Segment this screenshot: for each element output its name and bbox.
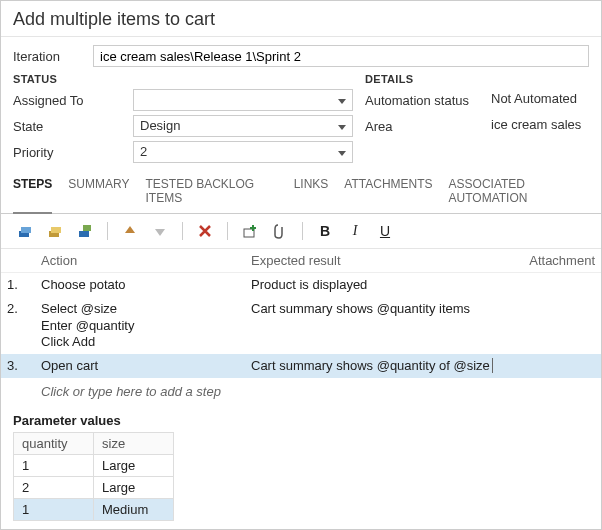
step-attachment (511, 354, 601, 378)
tab-steps[interactable]: STEPS (13, 177, 52, 214)
page-title: Add multiple items to cart (1, 1, 601, 37)
status-heading: STATUS (13, 73, 353, 85)
svg-rect-5 (83, 225, 91, 231)
svg-rect-3 (51, 227, 61, 233)
separator (107, 222, 108, 240)
state-label: State (13, 119, 133, 134)
param-cell[interactable]: Medium (94, 499, 174, 521)
priority-select[interactable]: 2 (133, 141, 353, 163)
svg-rect-1 (21, 227, 31, 233)
param-row[interactable]: 1Large (14, 455, 174, 477)
step-expected[interactable]: Cart summary shows @quantity of @size (245, 354, 511, 378)
param-cell[interactable]: 2 (14, 477, 94, 499)
tab-associated-automation[interactable]: ASSOCIATED AUTOMATION (449, 177, 589, 209)
steps-col-attachment: Attachment (511, 249, 601, 273)
parameters-table: quantitysize 1Large2Large1Medium (13, 432, 174, 521)
move-step-icon[interactable] (73, 220, 97, 242)
automation-status-value: Not Automated (485, 89, 589, 111)
steps-table: Action Expected result Attachment 1.Choo… (1, 249, 601, 405)
param-cell[interactable]: 1 (14, 499, 94, 521)
parameters-heading: Parameter values (1, 405, 601, 432)
tab-summary[interactable]: SUMMARY (68, 177, 129, 209)
param-cell[interactable]: Large (94, 455, 174, 477)
step-row[interactable]: 3.Open cartCart summary shows @quantity … (1, 354, 601, 378)
step-row[interactable]: 1.Choose potatoProduct is displayed (1, 273, 601, 298)
tab-attachments[interactable]: ATTACHMENTS (344, 177, 432, 209)
iteration-label: Iteration (13, 49, 93, 64)
param-cell[interactable]: 1 (14, 455, 94, 477)
separator (182, 222, 183, 240)
step-row[interactable]: 2.Select @sizeEnter @quantityClick AddCa… (1, 297, 601, 354)
tab-bar: STEPSSUMMARYTESTED BACKLOG ITEMSLINKSATT… (1, 167, 601, 214)
underline-icon[interactable]: U (373, 220, 397, 242)
delete-icon[interactable] (193, 220, 217, 242)
details-heading: DETAILS (365, 73, 589, 85)
step-attachment (511, 273, 601, 298)
svg-rect-4 (79, 231, 89, 237)
step-action[interactable]: Select @sizeEnter @quantityClick Add (35, 297, 245, 354)
step-action[interactable]: Choose potato (35, 273, 245, 298)
step-number: 2. (1, 297, 35, 354)
separator (227, 222, 228, 240)
assigned-to-select[interactable] (133, 89, 353, 111)
move-up-icon[interactable] (118, 220, 142, 242)
tab-links[interactable]: LINKS (294, 177, 329, 209)
steps-toolbar: B I U (1, 214, 601, 249)
steps-col-action: Action (35, 249, 245, 273)
priority-label: Priority (13, 145, 133, 160)
area-label: Area (365, 119, 485, 134)
param-cell[interactable]: Large (94, 477, 174, 499)
add-param-icon[interactable] (238, 220, 262, 242)
step-number: 3. (1, 354, 35, 378)
step-action[interactable]: Open cart (35, 354, 245, 378)
step-attachment (511, 297, 601, 354)
insert-shared-icon[interactable] (43, 220, 67, 242)
automation-status-label: Automation status (365, 93, 485, 108)
step-number: 1. (1, 273, 35, 298)
bold-icon[interactable]: B (313, 220, 337, 242)
iteration-input[interactable] (93, 45, 589, 67)
italic-icon[interactable]: I (343, 220, 367, 242)
add-step-placeholder[interactable]: Click or type here to add a step (35, 378, 601, 405)
steps-col-num (1, 249, 35, 273)
attach-icon[interactable] (268, 220, 292, 242)
area-value: ice cream sales (485, 115, 589, 137)
param-row[interactable]: 2Large (14, 477, 174, 499)
steps-col-expected: Expected result (245, 249, 511, 273)
insert-step-icon[interactable] (13, 220, 37, 242)
param-row[interactable]: 1Medium (14, 499, 174, 521)
param-col-size: size (94, 433, 174, 455)
tab-tested-backlog-items[interactable]: TESTED BACKLOG ITEMS (145, 177, 277, 209)
separator (302, 222, 303, 240)
move-down-icon[interactable] (148, 220, 172, 242)
step-expected[interactable]: Cart summary shows @quantity items (245, 297, 511, 354)
state-select[interactable]: Design (133, 115, 353, 137)
assigned-to-label: Assigned To (13, 93, 133, 108)
param-col-quantity: quantity (14, 433, 94, 455)
step-expected[interactable]: Product is displayed (245, 273, 511, 298)
